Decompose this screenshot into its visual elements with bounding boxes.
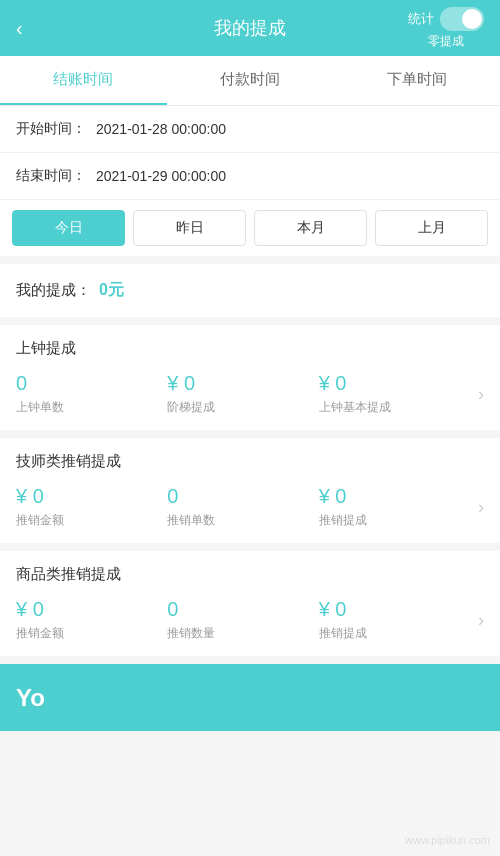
clock-basic-item: ¥ 0 上钟基本提成	[319, 372, 470, 416]
tab-payment-time[interactable]: 付款时间	[167, 56, 334, 105]
summary-value: 0元	[99, 280, 124, 301]
goods-promo-commission-row[interactable]: ¥ 0 推销金额 0 推销数量 ¥ 0 推销提成 ›	[16, 598, 484, 642]
goods-promo-commission-section: 商品类推销提成 ¥ 0 推销金额 0 推销数量 ¥ 0 推销提成 ›	[0, 551, 500, 656]
clock-commission-title: 上钟提成	[16, 339, 484, 358]
clock-orders-desc: 上钟单数	[16, 399, 167, 416]
summary-section: 我的提成： 0元	[0, 264, 500, 317]
clock-orders-item: 0 上钟单数	[16, 372, 167, 416]
tech-promo-chevron-icon: ›	[478, 497, 484, 518]
watermark: www.pipikun.com	[405, 834, 490, 846]
time-tabs: 结账时间 付款时间 下单时间	[0, 56, 500, 106]
this-month-button[interactable]: 本月	[254, 210, 367, 246]
yesterday-button[interactable]: 昨日	[133, 210, 246, 246]
goods-promo-chevron-icon: ›	[478, 610, 484, 631]
header-right: 统计 零提成	[408, 7, 484, 50]
tech-promo-commission-row[interactable]: ¥ 0 推销金额 0 推销单数 ¥ 0 推销提成 ›	[16, 485, 484, 529]
tech-promo-amount-item: ¥ 0 推销金额	[16, 485, 167, 529]
goods-promo-amount-item: ¥ 0 推销金额	[16, 598, 167, 642]
goods-promo-amount: ¥ 0	[16, 598, 167, 621]
tab-order-time[interactable]: 下单时间	[333, 56, 500, 105]
tech-promo-orders: 0	[167, 485, 318, 508]
stat-label: 统计	[408, 10, 434, 28]
clock-ladder-amount: ¥ 0	[167, 372, 318, 395]
clock-commission-section: 上钟提成 0 上钟单数 ¥ 0 阶梯提成 ¥ 0 上钟基本提成 ›	[0, 325, 500, 430]
tech-promo-commission-section: 技师类推销提成 ¥ 0 推销金额 0 推销单数 ¥ 0 推销提成 ›	[0, 438, 500, 543]
tech-promo-commission: ¥ 0	[319, 485, 470, 508]
tech-promo-commission-item: ¥ 0 推销提成	[319, 485, 470, 529]
back-button[interactable]: ‹	[16, 17, 23, 40]
clock-chevron-icon: ›	[478, 384, 484, 405]
header: ‹ 我的提成 统计 零提成	[0, 0, 500, 56]
clock-commission-row[interactable]: 0 上钟单数 ¥ 0 阶梯提成 ¥ 0 上钟基本提成 ›	[16, 372, 484, 416]
tech-promo-commission-desc: 推销提成	[319, 512, 470, 529]
goods-promo-qty: 0	[167, 598, 318, 621]
tab-checkout-time[interactable]: 结账时间	[0, 56, 167, 105]
goods-promo-commission-title: 商品类推销提成	[16, 565, 484, 584]
goods-promo-commission-desc: 推销提成	[319, 625, 470, 642]
date-section: 开始时间： 2021-01-28 00:00:00 结束时间： 2021-01-…	[0, 106, 500, 200]
end-date-label: 结束时间：	[16, 167, 96, 185]
clock-ladder-desc: 阶梯提成	[167, 399, 318, 416]
start-date-row[interactable]: 开始时间： 2021-01-28 00:00:00	[0, 106, 500, 153]
end-date-value: 2021-01-29 00:00:00	[96, 168, 226, 184]
tech-promo-commission-title: 技师类推销提成	[16, 452, 484, 471]
goods-promo-commission: ¥ 0	[319, 598, 470, 621]
tech-promo-amount: ¥ 0	[16, 485, 167, 508]
goods-promo-amount-desc: 推销金额	[16, 625, 167, 642]
clock-orders-amount: 0	[16, 372, 167, 395]
today-button[interactable]: 今日	[12, 210, 125, 246]
clock-basic-desc: 上钟基本提成	[319, 399, 470, 416]
start-date-value: 2021-01-28 00:00:00	[96, 121, 226, 137]
zero-label: 零提成	[428, 33, 464, 50]
clock-basic-amount: ¥ 0	[319, 372, 470, 395]
quick-date-buttons: 今日 昨日 本月 上月	[0, 200, 500, 256]
goods-promo-commission-item: ¥ 0 推销提成	[319, 598, 470, 642]
tech-promo-orders-item: 0 推销单数	[167, 485, 318, 529]
clock-ladder-item: ¥ 0 阶梯提成	[167, 372, 318, 416]
summary-label: 我的提成：	[16, 281, 91, 300]
last-month-button[interactable]: 上月	[375, 210, 488, 246]
goods-promo-qty-desc: 推销数量	[167, 625, 318, 642]
start-date-label: 开始时间：	[16, 120, 96, 138]
bottom-yo: Yo	[0, 664, 500, 731]
zero-commission-toggle[interactable]	[440, 7, 484, 31]
toggle-knob	[462, 9, 482, 29]
tech-promo-amount-desc: 推销金额	[16, 512, 167, 529]
end-date-row[interactable]: 结束时间： 2021-01-29 00:00:00	[0, 153, 500, 200]
tech-promo-orders-desc: 推销单数	[167, 512, 318, 529]
goods-promo-qty-item: 0 推销数量	[167, 598, 318, 642]
page-title: 我的提成	[214, 16, 286, 40]
